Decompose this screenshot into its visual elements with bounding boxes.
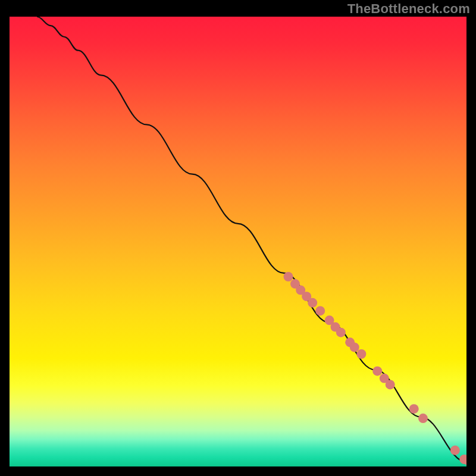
curve-line [37, 17, 466, 462]
data-point [336, 328, 346, 337]
data-point [372, 367, 382, 376]
data-point [386, 380, 395, 389]
data-point [409, 404, 419, 414]
data-point [315, 306, 325, 315]
chart-overlay-svg [10, 17, 466, 466]
data-point [418, 414, 428, 423]
data-point [356, 349, 366, 359]
plot-area [10, 17, 466, 466]
data-point [284, 272, 293, 281]
data-point [350, 343, 359, 352]
watermark-text: TheBottleneck.com [347, 1, 470, 17]
data-point [308, 298, 317, 308]
chart-stage: TheBottleneck.com [0, 0, 476, 476]
data-points [284, 272, 467, 466]
data-point [450, 446, 460, 455]
